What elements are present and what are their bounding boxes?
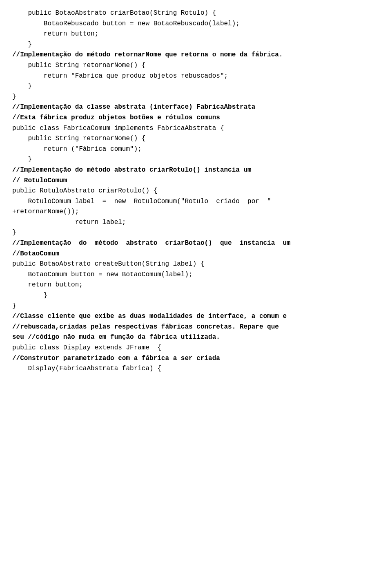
code-line-18: public class FabricaComum implements Fab… [12, 123, 380, 134]
code-line-2: BotaoRebuscado button = new BotaoRebusca… [12, 19, 380, 29]
code-line-16: //Esta fábrica produz objetos botões e r… [12, 113, 380, 123]
code-line-29: public RotuloAbstrato criarRotulo() { [12, 186, 380, 197]
code-line-43: } [12, 301, 380, 312]
code-line-7: //Implementação do método retornarNome q… [12, 50, 380, 60]
code-line-39: public BotaoAbstrato createButton(String… [12, 259, 380, 270]
code-line-51: //Construtor parametrizado com a fábrica… [12, 353, 380, 364]
code-line-32: return label; [12, 217, 380, 228]
code-line-22: return ("Fábrica comum"); [12, 144, 380, 155]
code-line-26: //Implementação do método abstrato criar… [12, 165, 380, 176]
code-line-49: public class Display extends JFrame { [12, 343, 380, 353]
code-line-15: //Implementação da classe abstrata (inte… [12, 102, 380, 113]
code-line-31: +retornarNome()); [12, 207, 380, 217]
code-line-1: public BotaoAbstrato criarBotao(String R… [12, 8, 380, 19]
code-line-23: } [12, 154, 380, 165]
code-container: public BotaoAbstrato criarBotao(String R… [12, 8, 380, 374]
code-line-11: } [12, 81, 380, 92]
code-line-46: //rebuscada,criadas pelas respectivas fá… [12, 322, 380, 333]
code-line-45: //Classe cliente que exibe as duas modal… [12, 311, 380, 322]
code-line-41: return button; [12, 280, 380, 291]
code-line-53: Display(FabricaAbstrata fabrica) { [12, 364, 380, 374]
code-line-4: } [12, 40, 380, 50]
code-line-21: public String retornarNome() { [12, 134, 380, 144]
code-line-30: RotuloComum label = new RotuloComum("Rot… [12, 197, 380, 207]
code-line-10: return "Fabrica que produz objetos rebus… [12, 71, 380, 82]
code-line-9: public String retornarNome() { [12, 60, 380, 71]
code-line-27: // RotuloComum [12, 176, 380, 186]
code-line-36: //Implementação do método abstrato criar… [12, 238, 380, 249]
code-line-3: return button; [12, 29, 380, 40]
code-line-40: BotaoComum button = new BotaoComum(label… [12, 270, 380, 280]
code-line-37: //BotaoComum [12, 249, 380, 259]
code-line-42: } [12, 291, 380, 301]
code-line-47: seu //código não muda em função da fábri… [12, 332, 380, 343]
code-line-12: } [12, 92, 380, 103]
code-line-33: } [12, 228, 380, 238]
